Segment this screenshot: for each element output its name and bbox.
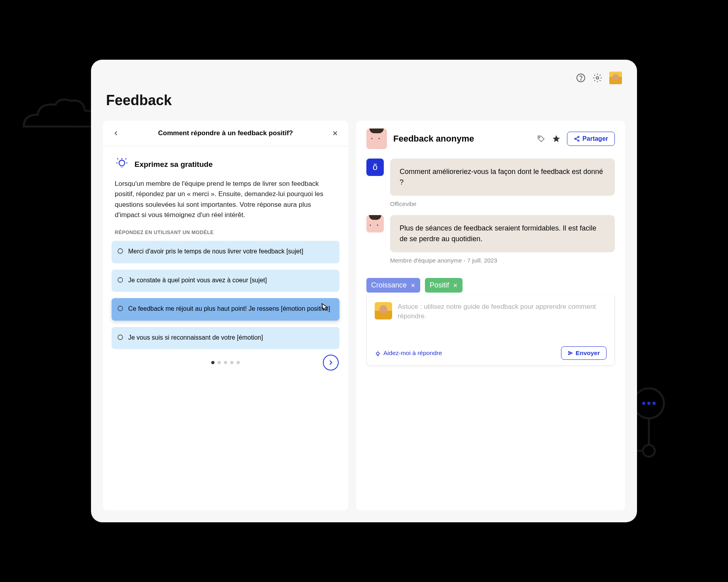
main-content: Comment répondre à un feedback positif? … <box>103 121 625 510</box>
svg-point-20 <box>118 278 123 282</box>
pagination-dot[interactable] <box>218 361 221 364</box>
template-text: Merci d'avoir pris le temps de nous livr… <box>128 247 303 257</box>
svg-point-5 <box>643 445 655 457</box>
share-label: Partager <box>582 135 608 142</box>
page-title: Feedback <box>103 92 625 109</box>
svg-point-1 <box>642 402 645 405</box>
svg-point-30 <box>377 352 379 355</box>
guide-header: Comment répondre à un feedback positif? <box>103 121 348 146</box>
topbar <box>103 72 625 92</box>
svg-point-22 <box>118 335 123 340</box>
svg-point-2 <box>647 402 650 405</box>
template-item[interactable]: Ce feedback me réjouit au plus haut poin… <box>112 298 339 320</box>
send-button[interactable]: Envoyer <box>561 346 607 360</box>
tag-label: Croissance <box>371 281 407 289</box>
composer-avatar <box>375 302 392 319</box>
templates-heading: RÉPONDEZ EN UTILISANT UN MODÈLE <box>115 230 336 235</box>
next-button[interactable] <box>323 355 339 370</box>
tag-positif[interactable]: Positif✕ <box>425 278 463 293</box>
template-text: Ce feedback me réjouit au plus haut poin… <box>128 304 330 314</box>
svg-line-28 <box>576 137 578 138</box>
svg-point-12 <box>119 160 125 166</box>
template-text: Je vous suis si reconnaissant de votre [… <box>128 333 263 343</box>
template-item[interactable]: Merci d'avoir pris le temps de nous livr… <box>112 241 339 263</box>
quote-icon <box>117 334 123 343</box>
tags-row: Croissance✕Positif✕ <box>356 278 625 293</box>
help-me-respond-link[interactable]: Aidez-moi à répondre <box>375 350 442 357</box>
user-avatar[interactable] <box>609 72 622 84</box>
guide-panel: Comment répondre à un feedback positif? … <box>103 121 348 510</box>
svg-line-29 <box>576 139 578 140</box>
template-item[interactable]: Je vous suis si reconnaissant de votre [… <box>112 327 339 349</box>
tip-text: Lorsqu'un membre de l'équipe prend le te… <box>115 179 336 220</box>
gear-icon[interactable] <box>593 73 602 83</box>
anon-avatar <box>366 128 387 149</box>
tag-label: Positif <box>430 281 449 289</box>
pagination-dot[interactable] <box>224 361 227 364</box>
template-item[interactable]: Je constate à quel point vous avez à coe… <box>112 270 339 292</box>
svg-rect-13 <box>120 166 123 168</box>
close-icon[interactable] <box>332 130 339 137</box>
quote-icon <box>117 305 123 314</box>
tag-remove-icon[interactable]: ✕ <box>411 282 415 289</box>
message-row: Plus de séances de feedback seraient for… <box>366 215 615 252</box>
message-bubble: Plus de séances de feedback seraient for… <box>390 215 615 252</box>
quote-icon <box>117 248 123 257</box>
pagination <box>103 349 348 370</box>
back-button[interactable] <box>112 130 119 137</box>
svg-point-8 <box>580 79 581 80</box>
svg-point-3 <box>652 402 656 405</box>
conversation-panel: Feedback anonyme Partager õComment améli… <box>356 121 625 510</box>
quote-icon <box>117 277 123 285</box>
tag-croissance[interactable]: Croissance✕ <box>366 278 420 293</box>
pagination-dot[interactable] <box>211 361 214 364</box>
guide-title: Comment répondre à un feedback positif? <box>127 129 324 137</box>
tip-title: Exprimez sa gratitude <box>135 160 212 169</box>
message-meta: Officevibe <box>390 200 615 207</box>
composer: Astuce : utilisez notre guide de feedbac… <box>366 295 615 366</box>
pagination-dot[interactable] <box>237 361 240 364</box>
pagination-dots <box>211 361 240 364</box>
tag-remove-icon[interactable]: ✕ <box>453 282 458 289</box>
star-icon[interactable] <box>552 134 561 143</box>
svg-marker-24 <box>553 135 560 142</box>
app-window: Feedback Comment répondre à un feedback … <box>91 60 637 522</box>
conversation-header: Feedback anonyme Partager <box>356 121 625 149</box>
svg-point-23 <box>539 137 540 138</box>
message-bubble: Comment amélioreriez-vous la façon dont … <box>390 159 615 196</box>
send-label: Envoyer <box>576 350 600 357</box>
pagination-dot[interactable] <box>230 361 233 364</box>
lightbulb-icon <box>115 157 129 172</box>
svg-line-18 <box>125 159 127 160</box>
officevibe-badge: õ <box>366 159 384 176</box>
svg-line-17 <box>117 159 118 160</box>
chat-thread: õComment amélioreriez-vous la façon dont… <box>356 149 625 270</box>
template-list: Merci d'avoir pris le temps de nous livr… <box>103 241 348 349</box>
tip-block: Exprimez sa gratitude Lorsqu'un membre d… <box>103 146 348 241</box>
help-icon[interactable] <box>576 73 586 83</box>
conversation-title: Feedback anonyme <box>393 134 531 144</box>
template-text: Je constate à quel point vous avez à coe… <box>128 276 267 285</box>
svg-point-19 <box>118 249 123 253</box>
cursor-icon <box>317 300 334 319</box>
share-button[interactable]: Partager <box>567 132 615 146</box>
svg-point-21 <box>118 306 123 311</box>
composer-input[interactable]: Astuce : utilisez notre guide de feedbac… <box>398 302 607 321</box>
message-meta: Membre d'équipe anonyme - 7 juill. 2023 <box>390 257 615 264</box>
help-label: Aidez-moi à répondre <box>383 350 442 357</box>
tag-icon[interactable] <box>537 134 546 143</box>
message-row: õComment amélioreriez-vous la façon dont… <box>366 159 615 196</box>
svg-point-9 <box>596 77 599 79</box>
svg-rect-31 <box>377 355 379 355</box>
anon-avatar <box>366 215 384 232</box>
